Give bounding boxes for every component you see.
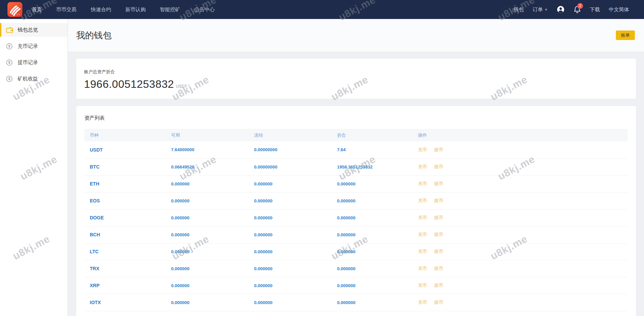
actions-cell: 充币提币 [413, 226, 628, 243]
logo-text: LA [17, 13, 20, 16]
sidebar-item-2[interactable]: $提币记录 [0, 56, 67, 69]
deposit-link[interactable]: 充币 [418, 164, 427, 169]
download-link[interactable]: 下载 [590, 6, 600, 13]
asset-row: ETH0.0000000.0000000.000000充币提币 [84, 175, 628, 192]
asset-row: IOTX0.0000000.0000000.000000充币提币 [84, 294, 628, 311]
svg-text:$: $ [8, 77, 11, 81]
frozen-value: 0.000000 [249, 294, 332, 311]
dollar-circle-icon: $ [6, 43, 13, 50]
notifications-button[interactable]: 2 [574, 5, 581, 14]
withdraw-link[interactable]: 提币 [434, 147, 443, 152]
deposit-link[interactable]: 充币 [418, 215, 427, 220]
deposit-link[interactable]: 充币 [418, 181, 427, 186]
deposit-link[interactable]: 充币 [418, 147, 427, 152]
frozen-value: 0.000000 [249, 260, 332, 277]
sidebar-item-1[interactable]: $充币记录 [0, 39, 67, 53]
coin-cell: BCH [84, 226, 166, 243]
sidebar-item-0[interactable]: 钱包总览 [0, 23, 67, 37]
converted-value: 0.000000 [332, 243, 413, 260]
dollar-circle-icon: $ [6, 76, 13, 82]
wallet-link[interactable]: 钱包 [514, 6, 524, 13]
coin-name[interactable]: DOGE [90, 215, 104, 220]
language-selector[interactable]: 中文简体 [609, 6, 629, 13]
total-assets-unit: USDT [176, 84, 187, 89]
sidebar-item-label: 充币记录 [18, 43, 38, 50]
total-assets-amount: 1966.0051253832 [84, 78, 174, 91]
coin-name[interactable]: LTC [90, 249, 99, 254]
withdraw-link[interactable]: 提币 [434, 283, 443, 288]
coin-cell: LTC [84, 243, 166, 260]
actions-cell: 充币提币 [413, 243, 628, 260]
converted-value: 0.000000 [332, 260, 413, 277]
coin-cell: USDT [84, 141, 166, 158]
available-value: 0.06649528 [166, 158, 249, 175]
converted-value: 0.000000 [332, 175, 413, 192]
nav-item-6[interactable]: 公告中心 [194, 0, 215, 19]
converted-value: 7.64 [332, 141, 413, 158]
total-assets-label: 账户总资产折合 [84, 69, 628, 75]
asset-row: BCH0.0000000.0000000.000000充币提币 [84, 226, 628, 243]
withdraw-link[interactable]: 提币 [434, 164, 443, 169]
actions-cell: 充币提币 [413, 209, 628, 226]
deposit-link[interactable]: 充币 [418, 300, 427, 305]
withdraw-link[interactable]: 提币 [434, 181, 443, 186]
available-value: 7.64000000 [166, 141, 249, 158]
asset-row: TRX0.0000000.0000000.000000充币提币 [84, 260, 628, 277]
coin-name[interactable]: ETH [90, 181, 99, 186]
deposit-link[interactable]: 充币 [418, 249, 427, 254]
coin-name[interactable]: BTC [90, 164, 100, 170]
deposit-link[interactable]: 充币 [418, 232, 427, 237]
user-avatar[interactable] [557, 5, 565, 14]
deposit-link[interactable]: 充币 [418, 198, 427, 203]
sidebar-item-3[interactable]: $矿机收益 [0, 72, 67, 85]
nav-item-5[interactable]: 智能挖矿 [160, 0, 180, 19]
column-header-2: 冻结 [249, 129, 332, 141]
actions-cell: 充币提币 [413, 294, 628, 311]
app-logo[interactable]: LA [7, 2, 22, 17]
asset-table-header-row: 币种可用冻结折合操作 [84, 129, 628, 141]
withdraw-link[interactable]: 提币 [434, 266, 443, 271]
withdraw-link[interactable]: 提币 [434, 300, 443, 305]
withdraw-link[interactable]: 提币 [434, 249, 443, 254]
asset-row: EOS0.0000000.0000000.000000充币提币 [84, 192, 628, 209]
coin-cell: ETH [84, 175, 166, 192]
coin-name[interactable]: TRX [90, 266, 99, 271]
orders-dropdown[interactable]: 订单 ▼ [533, 6, 548, 13]
deposit-link[interactable]: 充币 [418, 266, 427, 271]
orders-label: 订单 [533, 6, 543, 13]
actions-cell: 充币提币 [413, 277, 628, 294]
top-navigation: LA 首页币币交易快速合约新币认购智能挖矿公告中心 钱包 订单 ▼ 2 下载 中… [0, 0, 644, 19]
coin-name[interactable]: XRP [90, 283, 100, 288]
bill-button[interactable]: 账单 [616, 31, 635, 40]
nav-item-3[interactable]: 快速合约 [91, 0, 111, 19]
withdraw-link[interactable]: 提币 [434, 232, 443, 237]
actions-cell: 充币提币 [413, 141, 628, 158]
deposit-link[interactable]: 充币 [418, 283, 427, 288]
notification-badge: 2 [577, 3, 583, 9]
total-assets-card: 账户总资产折合 1966.0051253832 USDT [76, 59, 636, 99]
actions-cell: 充币提币 [413, 175, 628, 192]
dollar-circle-icon: $ [6, 59, 14, 66]
nav-item-4[interactable]: 新币认购 [125, 0, 146, 19]
asset-list-title: 资产列表 [84, 115, 628, 121]
converted-value: 0.000000 [332, 294, 413, 311]
frozen-value: 0.000000 [249, 209, 332, 226]
actions-cell: 充币提币 [413, 158, 628, 175]
chevron-down-icon: ▼ [544, 8, 548, 12]
actions-cell: 充币提币 [413, 260, 628, 277]
page-header: 我的钱包 账单 [68, 19, 644, 52]
column-header-4: 操作 [413, 129, 628, 141]
coin-name[interactable]: EOS [90, 198, 100, 203]
withdraw-link[interactable]: 提币 [434, 198, 443, 203]
nav-item-2[interactable]: 币币交易 [56, 0, 77, 19]
coin-name[interactable]: BCH [90, 232, 100, 237]
asset-row: USDT7.640000000.000000007.64充币提币 [84, 141, 628, 158]
withdraw-link[interactable]: 提币 [434, 215, 443, 220]
asset-list-card: 资产列表 币种可用冻结折合操作 USDT7.640000000.00000000… [76, 106, 636, 316]
wallet-icon [6, 27, 13, 33]
coin-name[interactable]: USDT [90, 147, 103, 153]
nav-item-1[interactable]: 首页 [32, 0, 42, 19]
coin-name[interactable]: IOTX [90, 300, 101, 305]
logo-feather-icon: LA [7, 2, 22, 17]
asset-row: XRP0.0000000.0000000.000000充币提币 [84, 277, 628, 294]
